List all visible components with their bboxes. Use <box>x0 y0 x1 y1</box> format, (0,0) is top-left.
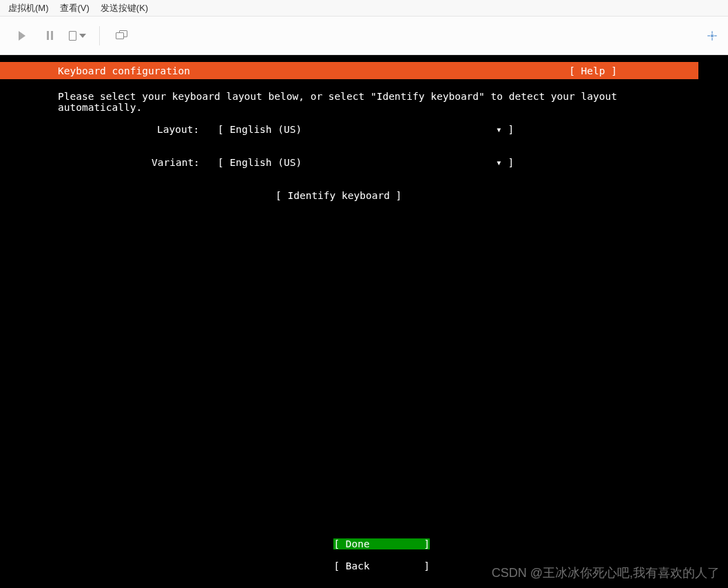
identify-keyboard-button[interactable]: [ Identify keyboard ] <box>275 190 402 201</box>
toolbar-separator <box>99 26 100 45</box>
installer-console: Keyboard configuration [ Help ] Please s… <box>0 55 698 588</box>
svg-point-0 <box>711 34 714 36</box>
expand-icon <box>706 30 718 42</box>
host-toolbar <box>0 17 728 55</box>
done-button[interactable]: [ Done ] <box>333 538 430 549</box>
layout-select[interactable]: [ English (US) <box>218 124 302 135</box>
installer-header: Keyboard configuration [ Help ] <box>0 62 698 79</box>
disk-icon <box>69 31 76 41</box>
help-button[interactable]: [ Help ] <box>569 65 617 76</box>
layout-dropdown-icon[interactable]: ▾ ] <box>496 124 514 135</box>
screens-icon <box>116 31 128 41</box>
page-title: Keyboard configuration <box>58 65 190 76</box>
layout-label: Layout: <box>157 124 199 135</box>
variant-select[interactable]: [ English (US) <box>218 157 302 168</box>
screens-button[interactable] <box>110 25 134 46</box>
menu-view[interactable]: 查看(V) <box>54 2 95 14</box>
back-button[interactable]: [ Back ] <box>333 560 430 571</box>
menu-vm[interactable]: 虚拟机(M) <box>3 2 54 14</box>
variant-label: Variant: <box>152 157 200 168</box>
pause-button[interactable] <box>37 25 62 46</box>
pause-icon <box>47 31 53 40</box>
host-menubar: 虚拟机(M) 查看(V) 发送按键(K) <box>0 0 728 17</box>
variant-dropdown-icon[interactable]: ▾ ] <box>496 157 514 168</box>
disk-button[interactable] <box>65 25 90 46</box>
expand-button[interactable] <box>706 30 718 42</box>
play-button[interactable] <box>10 25 34 46</box>
play-icon <box>19 31 25 41</box>
footer-buttons: [ Done ] [ Back ] <box>298 527 430 582</box>
menu-send[interactable]: 发送按键(K) <box>95 2 154 14</box>
chevron-down-icon <box>79 34 86 38</box>
instruction-text: Please select your keyboard layout below… <box>58 91 617 113</box>
vm-display: Keyboard configuration [ Help ] Please s… <box>0 55 728 588</box>
